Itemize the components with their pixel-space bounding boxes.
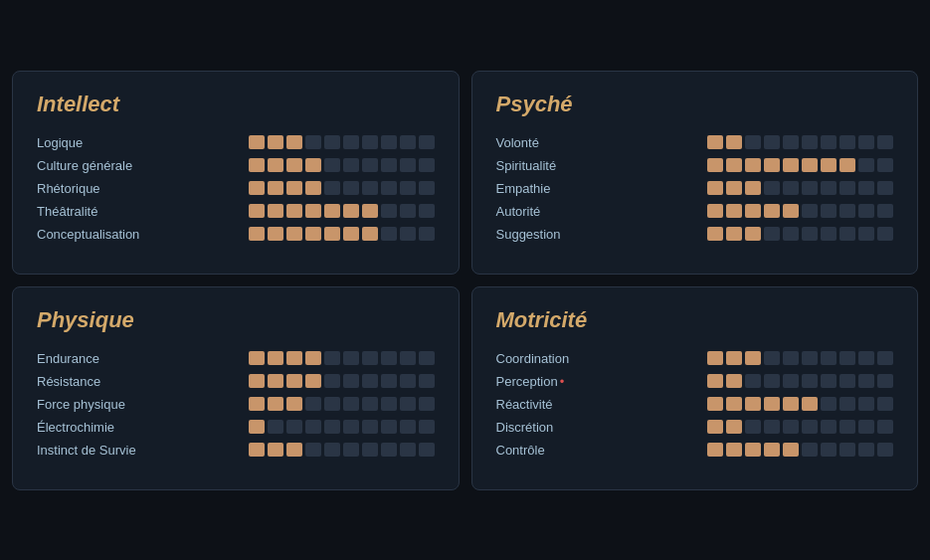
bar-empty	[877, 135, 893, 149]
bar-filled	[726, 227, 742, 241]
bar-filled	[783, 204, 799, 218]
bar-empty	[858, 158, 874, 172]
bar-filled	[726, 420, 742, 434]
bar-empty	[400, 158, 416, 172]
bar-empty	[362, 351, 378, 365]
bar-filled	[707, 351, 723, 365]
bar-empty	[362, 397, 378, 411]
bar-filled	[726, 351, 742, 365]
bar-filled	[286, 443, 302, 457]
bar-empty	[839, 204, 855, 218]
stat-row: Conceptualisation	[37, 227, 435, 242]
bar-empty	[343, 397, 359, 411]
bar-empty	[381, 204, 397, 218]
bar-filled	[249, 181, 265, 195]
bar-empty	[783, 374, 799, 388]
bar-empty	[381, 420, 397, 434]
stat-row: Instinct de Survie	[37, 443, 435, 458]
bar-filled	[268, 158, 283, 172]
bar-empty	[400, 351, 416, 365]
bar-filled	[783, 397, 799, 411]
bar-empty	[858, 420, 874, 434]
bar-empty	[305, 443, 321, 457]
bar-empty	[400, 135, 416, 149]
stat-row: Électrochimie	[37, 420, 435, 435]
bar-empty	[764, 181, 780, 195]
stat-bars	[707, 443, 893, 457]
bar-empty	[419, 443, 435, 457]
stat-name: Culture générale	[37, 158, 166, 173]
bar-empty	[343, 374, 359, 388]
bar-filled	[707, 181, 723, 195]
bar-filled	[305, 351, 321, 365]
bar-empty	[419, 351, 435, 365]
stat-bars	[249, 135, 435, 149]
stat-bars	[707, 158, 893, 172]
stat-name: Rhétorique	[37, 181, 166, 196]
bar-empty	[324, 374, 340, 388]
bar-empty	[381, 351, 397, 365]
bar-empty	[802, 351, 818, 365]
bar-empty	[381, 181, 397, 195]
stat-name: Réactivité	[496, 397, 626, 412]
bar-empty	[764, 420, 780, 434]
bar-empty	[362, 374, 378, 388]
bar-empty	[324, 351, 340, 365]
bar-empty	[324, 181, 340, 195]
stat-row: Suggestion	[496, 227, 894, 242]
bar-filled	[286, 227, 302, 241]
bar-empty	[343, 158, 359, 172]
panel-intellect: IntellectLogiqueCulture généraleRhétoriq…	[12, 71, 460, 275]
bar-empty	[839, 135, 855, 149]
bar-empty	[802, 135, 818, 149]
bar-empty	[858, 181, 874, 195]
stat-row: Culture générale	[37, 158, 435, 173]
bar-empty	[839, 397, 855, 411]
bar-filled	[707, 374, 723, 388]
bar-empty	[783, 227, 799, 241]
bar-empty	[877, 443, 893, 457]
bar-filled	[305, 374, 321, 388]
bar-empty	[858, 204, 874, 218]
bar-filled	[726, 181, 742, 195]
bar-empty	[821, 204, 837, 218]
bar-filled	[286, 204, 302, 218]
bar-empty	[858, 397, 874, 411]
stat-bars	[249, 443, 435, 457]
bar-empty	[877, 204, 893, 218]
bar-empty	[821, 420, 837, 434]
bar-empty	[802, 181, 818, 195]
bar-filled	[268, 181, 283, 195]
bar-filled	[707, 227, 723, 241]
bar-filled	[783, 158, 799, 172]
bar-filled	[343, 204, 359, 218]
bar-empty	[419, 374, 435, 388]
bar-filled	[745, 181, 761, 195]
bar-filled	[249, 135, 265, 149]
bar-empty	[877, 420, 893, 434]
panel-motricite: MotricitéCoordinationPerceptionRéactivit…	[471, 286, 919, 490]
stat-bars	[249, 181, 435, 195]
bar-empty	[381, 135, 397, 149]
bar-empty	[400, 374, 416, 388]
stat-name: Logique	[37, 135, 166, 150]
stat-name: Empathie	[496, 181, 626, 196]
stat-bars	[707, 374, 893, 388]
bar-empty	[764, 135, 780, 149]
bar-empty	[381, 374, 397, 388]
bar-empty	[343, 181, 359, 195]
stat-name: Volonté	[496, 135, 626, 150]
bar-empty	[745, 135, 761, 149]
stat-name: Théâtralité	[37, 204, 166, 219]
stat-bars	[249, 397, 435, 411]
stat-row: Coordination	[496, 351, 894, 366]
bar-filled	[707, 397, 723, 411]
bar-empty	[839, 181, 855, 195]
bar-filled	[726, 204, 742, 218]
bar-empty	[821, 181, 837, 195]
bar-filled	[726, 397, 742, 411]
bar-filled	[286, 158, 302, 172]
bar-empty	[839, 443, 855, 457]
stat-name: Coordination	[496, 351, 626, 366]
bar-empty	[419, 135, 435, 149]
